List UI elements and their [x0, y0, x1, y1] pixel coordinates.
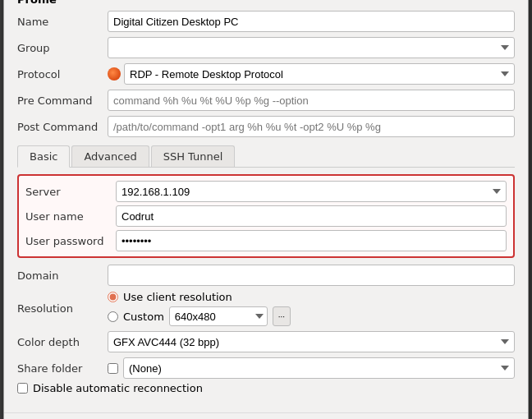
post-command-row: Post Command — [17, 116, 515, 137]
footer: Cancel Save as Default Save Connect Save… — [4, 412, 528, 419]
protocol-row: Protocol RDP - Remote Desktop Protocol — [17, 63, 515, 85]
name-row: Name — [17, 11, 515, 32]
server-select[interactable]: 192.168.1.109 — [116, 181, 507, 202]
share-folder-row: Share folder (None) — [17, 357, 515, 379]
tab-basic[interactable]: Basic — [17, 145, 70, 168]
pre-command-input[interactable] — [108, 90, 515, 111]
pre-command-label: Pre Command — [17, 94, 108, 107]
resolution-options: Use client resolution Custom 640x480 ··· — [108, 291, 291, 326]
password-label: User password — [25, 235, 116, 247]
pre-command-row: Pre Command — [17, 90, 515, 111]
use-client-resolution-row: Use client resolution — [108, 291, 291, 303]
group-label: Group — [17, 42, 108, 54]
dialog-window: Remote Desktop Preference ✕ Profile Name… — [3, 0, 529, 419]
custom-label: Custom — [123, 311, 164, 323]
password-row: User password — [25, 230, 507, 251]
disable-reconnect-label: Disable automatic reconnection — [33, 382, 203, 394]
profile-section-label: Profile — [17, 0, 515, 6]
name-input[interactable] — [108, 11, 515, 32]
resolution-label: Resolution — [17, 302, 108, 315]
group-row: Group — [17, 37, 515, 58]
color-depth-row: Color depth GFX AVC444 (32 bpp) — [17, 331, 515, 352]
share-folder-inner: (None) — [108, 357, 515, 379]
custom-resolution-dots-button[interactable]: ··· — [273, 306, 291, 326]
share-folder-label: Share folder — [17, 362, 108, 375]
credentials-section: Server 192.168.1.109 User name User pass… — [17, 174, 515, 258]
share-folder-checkbox[interactable] — [108, 363, 118, 374]
username-row: User name — [25, 205, 507, 227]
disable-reconnect-checkbox[interactable] — [17, 383, 28, 394]
use-client-resolution-radio[interactable] — [108, 292, 118, 302]
use-client-resolution-label: Use client resolution — [123, 291, 232, 303]
protocol-select[interactable]: RDP - Remote Desktop Protocol — [124, 63, 515, 85]
domain-label: Domain — [17, 269, 108, 282]
username-input[interactable] — [116, 205, 507, 227]
post-command-label: Post Command — [17, 121, 108, 133]
name-label: Name — [17, 16, 108, 28]
post-command-input[interactable] — [108, 116, 515, 137]
server-row: Server 192.168.1.109 — [25, 181, 507, 202]
custom-resolution-row: Custom 640x480 ··· — [108, 306, 291, 326]
group-select[interactable] — [108, 37, 515, 58]
tab-advanced[interactable]: Advanced — [71, 145, 149, 167]
server-label: Server — [25, 186, 116, 198]
username-label: User name — [25, 210, 116, 223]
disable-reconnect-row: Disable automatic reconnection — [17, 382, 515, 394]
domain-input[interactable] — [108, 265, 515, 286]
password-input[interactable] — [116, 230, 507, 251]
custom-resolution-select[interactable]: 640x480 — [169, 306, 268, 326]
color-depth-label: Color depth — [17, 336, 108, 348]
dialog-content: Profile Name Group Protocol RDP - Remote… — [4, 0, 528, 407]
protocol-selector: RDP - Remote Desktop Protocol — [108, 63, 515, 85]
tab-bar: Basic Advanced SSH Tunnel — [17, 145, 515, 168]
protocol-label: Protocol — [17, 68, 108, 81]
tab-ssh-tunnel[interactable]: SSH Tunnel — [151, 145, 236, 167]
color-depth-select[interactable]: GFX AVC444 (32 bpp) — [108, 331, 515, 352]
rdp-icon — [108, 67, 121, 81]
custom-resolution-radio[interactable] — [108, 311, 118, 322]
resolution-row: Resolution Use client resolution Custom … — [17, 291, 515, 326]
share-folder-select[interactable]: (None) — [123, 357, 515, 379]
domain-row: Domain — [17, 265, 515, 286]
